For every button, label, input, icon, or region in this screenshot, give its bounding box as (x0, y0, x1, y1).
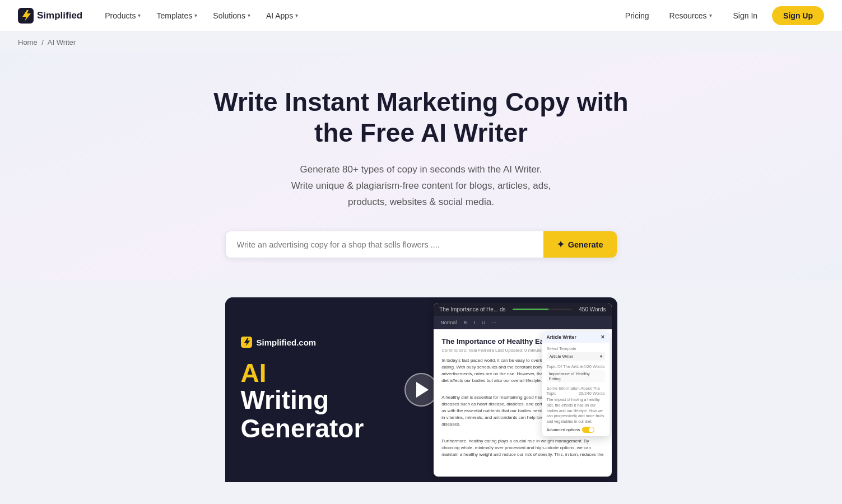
ai-panel-template-select[interactable]: Article Writer ▾ (547, 352, 605, 361)
ai-panel-topic-value: Importance of Healthy Eating (547, 370, 605, 382)
ai-panel-advanced[interactable]: Advanced options (547, 427, 605, 433)
editor-content: The Importance of Healthy Eating Contrib… (434, 329, 611, 458)
editor-topbar: The Importance of He... ds 450 Words (434, 303, 611, 316)
navbar: Simplified Products ▾ Templates ▾ Soluti… (0, 0, 842, 31)
hero-subtitle: Generate 80+ types of copy in seconds wi… (264, 162, 578, 211)
article-body-3: Furthermore, healthy eating plays a cruc… (441, 438, 603, 458)
signin-button[interactable]: Sign In (725, 7, 766, 25)
toggle-dot (589, 427, 594, 432)
ai-panel: Article Writer ✕ Select Template Article… (542, 332, 610, 436)
video-inner: Simplified.com AI Writing Generator (225, 297, 617, 482)
logo-icon (18, 8, 34, 24)
nav-pricing[interactable]: Pricing (618, 7, 656, 25)
nav-item-solutions[interactable]: Solutions ▾ (206, 7, 257, 25)
video-right-panel: The Importance of He... ds 450 Words Nor… (428, 297, 617, 482)
chevron-down-icon: ▾ (138, 12, 141, 18)
nav-item-templates[interactable]: Templates ▾ (150, 7, 204, 25)
breadcrumb: Home / AI Writer (0, 31, 842, 53)
progress-bar (513, 309, 573, 310)
nav-links: Products ▾ Templates ▾ Solutions ▾ AI Ap… (98, 7, 618, 25)
logo-link[interactable]: Simplified (18, 8, 82, 24)
hero-title: Write Instant Marketing Copy with the Fr… (208, 87, 634, 148)
chevron-down-icon: ▾ (709, 12, 712, 18)
play-triangle-icon (416, 382, 429, 398)
toolbar-underline[interactable]: U (480, 319, 488, 326)
video-container: Simplified.com AI Writing Generator (225, 297, 617, 482)
ai-panel-info-value: The impact of having a healthy diet, the… (547, 397, 605, 424)
video-section: Simplified.com AI Writing Generator (0, 281, 842, 482)
hero-section: Write Instant Marketing Copy with the Fr… (0, 53, 842, 281)
editor-toolbar: Normal B I U ··· (434, 316, 611, 329)
video-logo-icon (241, 337, 252, 348)
video-logo-text: Simplified.com (257, 338, 317, 347)
toolbar-bold[interactable]: B (461, 319, 469, 326)
video-logo-row: Simplified.com (241, 337, 413, 348)
ai-panel-body: Select Template Article Writer ▾ Topic O… (542, 343, 610, 436)
chevron-down-icon: ▾ (194, 12, 197, 18)
toolbar-normal[interactable]: Normal (438, 319, 459, 326)
nav-item-products[interactable]: Products ▾ (98, 7, 147, 25)
nav-resources[interactable]: Resources ▾ (663, 7, 719, 25)
toggle-pill[interactable] (582, 427, 594, 433)
search-bar: ✦ Generate (225, 231, 617, 258)
search-input[interactable] (226, 232, 543, 257)
breadcrumb-home[interactable]: Home (18, 38, 38, 46)
ai-panel-header: Article Writer ✕ (542, 332, 610, 343)
breadcrumb-current: AI Writer (48, 38, 76, 46)
ai-panel-info-label: Some Information About The Topic 29/240 … (547, 386, 605, 396)
generate-button[interactable]: ✦ Generate (543, 231, 617, 258)
video-left-panel: Simplified.com AI Writing Generator (225, 297, 429, 482)
signup-button[interactable]: Sign Up (772, 6, 824, 25)
video-title: AI Writing Generator (241, 360, 413, 442)
nav-right: Pricing Resources ▾ Sign In Sign Up (618, 6, 824, 25)
nav-item-ai-apps[interactable]: AI Apps ▾ (259, 7, 305, 25)
chevron-down-icon: ▾ (248, 12, 250, 18)
editor-preview: The Importance of He... ds 450 Words Nor… (434, 303, 611, 477)
generate-icon: ✦ (557, 239, 564, 250)
ai-panel-template-label: Select Template (547, 346, 605, 351)
toolbar-more[interactable]: ··· (490, 319, 499, 326)
chevron-down-icon: ▾ (295, 12, 298, 18)
breadcrumb-separator: / (41, 38, 44, 46)
brand-name: Simplified (37, 10, 82, 21)
ai-panel-topic-label: Topic Of The Article 4/20 Words (547, 364, 605, 369)
progress-fill (513, 309, 548, 310)
toolbar-italic[interactable]: I (471, 319, 477, 326)
